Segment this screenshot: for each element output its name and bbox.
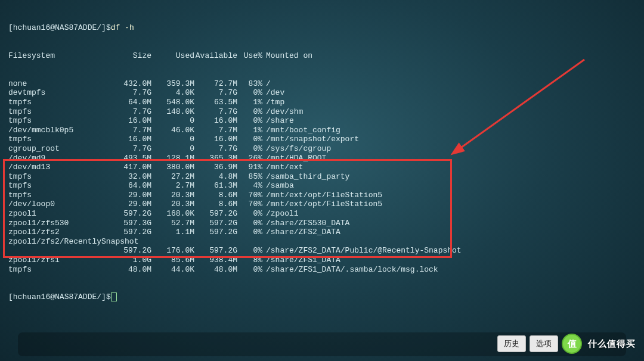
df-row: /dev/md9493.5M128.1M365.3M26%/mnt/HDA_RO… <box>8 154 636 163</box>
smzdm-logo-icon: 值 <box>562 334 582 354</box>
df-row: tmpfs32.0M27.2M4.8M85%/samba_third_party <box>8 172 636 182</box>
df-row: /dev/loop029.0M20.3M8.6M70%/mnt/ext/opt/… <box>8 200 636 209</box>
df-row: zpool1/zfs2/RecentlySnapshot <box>8 237 636 247</box>
df-row: 597.2G176.0K597.2G0%/share/ZFS2_DATA/Pub… <box>8 246 636 256</box>
df-row: tmpfs48.0M44.0K48.0M0%/share/ZFS1_DATA/.… <box>8 265 636 275</box>
watermark-text: 什么值得买 <box>588 338 636 350</box>
df-row: zpool1597.2G168.0K597.2G0%/zpool1 <box>8 209 636 219</box>
df-row: tmpfs16.0M016.0M0%/share <box>8 116 636 126</box>
df-row: tmpfs7.7G148.0K7.7G0%/dev/shm <box>8 107 636 117</box>
df-row: zpool1/zfs11.0G85.6M938.4M8%/share/ZFS1_… <box>8 256 636 265</box>
prompt-line-2[interactable]: [hchuan16@NAS87ADDE /]$ <box>8 292 636 302</box>
df-row: /dev/mmcblk0p57.7M46.0K7.7M1%/mnt/boot_c… <box>8 126 636 135</box>
command-text: df -h <box>111 23 134 33</box>
df-row: cgroup_root7.7G07.7G0%/sys/fs/cgroup <box>8 144 636 154</box>
options-button[interactable]: 选项 <box>530 335 558 352</box>
df-row: tmpfs16.0M016.0M0%/mnt/snapshot/export <box>8 135 636 144</box>
bottom-right-controls: 历史 选项 值 什么值得买 <box>497 334 636 354</box>
cursor-icon <box>111 292 117 301</box>
terminal-output: [hchuan16@NAS87ADDE /]$ df -h Filesystem… <box>8 5 636 312</box>
df-row: zpool1/zfs530597.3G52.7M597.2G0%/share/Z… <box>8 219 636 228</box>
df-row: zpool1/zfs2597.2G1.1M597.2G0%/share/ZFS2… <box>8 228 636 237</box>
prompt-line-1: [hchuan16@NAS87ADDE /]$ df -h <box>8 23 636 33</box>
df-row: tmpfs29.0M20.3M8.6M70%/mnt/ext/opt/FileS… <box>8 191 636 200</box>
df-row: devtmpfs7.7G4.0K7.7G0%/dev <box>8 88 636 98</box>
df-row: /dev/md13417.0M380.0M36.9M91%/mnt/ext <box>8 163 636 172</box>
df-row: none432.0M359.3M72.7M83%/ <box>8 79 636 89</box>
df-row: tmpfs64.0M2.7M61.3M4%/samba <box>8 181 636 191</box>
df-header: FilesystemSizeUsedAvailableUse%Mounted o… <box>8 51 636 61</box>
df-row: tmpfs64.0M548.0K63.5M1%/tmp <box>8 98 636 107</box>
history-button[interactable]: 历史 <box>497 335 526 352</box>
